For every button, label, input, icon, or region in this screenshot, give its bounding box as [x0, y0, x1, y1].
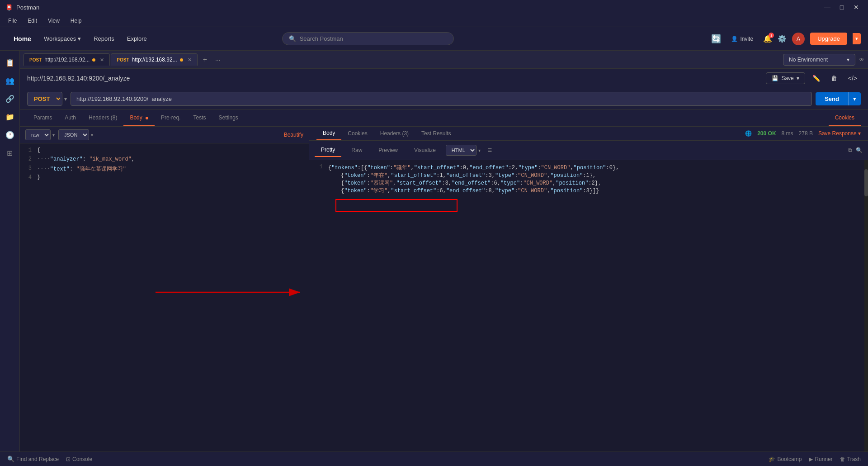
- menu-file[interactable]: File: [4, 16, 21, 25]
- response-line-4: {"token":"学习","start_offset":6,"end_offs…: [315, 187, 863, 195]
- tab-cookies-response[interactable]: Cookies: [829, 110, 861, 126]
- tab-body[interactable]: Body: [123, 110, 155, 126]
- settings-icon[interactable]: ⚙️: [778, 34, 787, 43]
- tab-tests[interactable]: Tests: [187, 110, 212, 126]
- tab-0[interactable]: POST http://192.168.92... ✕: [24, 53, 110, 66]
- tab-close-1[interactable]: ✕: [188, 57, 192, 63]
- response-tab-cookies[interactable]: Cookies: [341, 127, 373, 140]
- response-tab-headers[interactable]: Headers (3): [374, 127, 415, 140]
- response-meta-group: 🌐 200 OK 8 ms 278 B Save Response ▾: [745, 130, 861, 137]
- tab-headers[interactable]: Headers (8): [82, 110, 123, 126]
- response-tab-body[interactable]: Body: [316, 127, 341, 140]
- response-time: 8 ms: [782, 130, 793, 137]
- environment-selector[interactable]: No Environment ▾: [783, 54, 855, 66]
- resp-pretty-btn[interactable]: Pretty: [315, 143, 341, 157]
- maximize-button[interactable]: □: [835, 2, 848, 13]
- console-button[interactable]: Console: [72, 456, 92, 462]
- request-row: POST ▾ Send ▾: [20, 88, 868, 110]
- avatar-icon[interactable]: A: [792, 33, 805, 45]
- url-input[interactable]: [71, 92, 812, 106]
- search-placeholder: Search Postman: [300, 35, 343, 42]
- resp-filter-icon[interactable]: ≡: [488, 146, 492, 154]
- copy-icon[interactable]: ⧉: [848, 147, 852, 153]
- send-button[interactable]: Send: [816, 92, 848, 105]
- sidebar-icon-apis[interactable]: 🔗: [2, 90, 18, 107]
- save-response-button[interactable]: Save Response ▾: [818, 130, 861, 137]
- response-toolbar: Pretty Raw Preview Visualize HTML ▾ ≡ ⧉: [309, 141, 868, 160]
- resp-format-select[interactable]: HTML: [446, 145, 476, 156]
- invite-button[interactable]: 👤 Invite: [726, 33, 758, 44]
- format-select[interactable]: raw: [25, 129, 51, 140]
- request-subtabs: Params Auth Headers (8) Body Pre-req. Te…: [20, 110, 868, 127]
- response-code-area[interactable]: 1 {"tokens":[{"token":"骚年","start_offset…: [309, 160, 868, 466]
- bottom-bar: 🔍 Find and Replace ⊡ Console 🎓 Bootcamp …: [0, 452, 868, 466]
- runner-icon: ▶: [809, 456, 813, 462]
- nav-home[interactable]: Home: [7, 33, 38, 45]
- upgrade-dropdown[interactable]: ▾: [853, 33, 861, 44]
- minimize-button[interactable]: —: [821, 2, 834, 13]
- titlebar-left: 📮 Postman: [5, 4, 39, 11]
- bootcamp-button[interactable]: 🎓 Bootcamp: [769, 456, 802, 462]
- response-tab-test-results[interactable]: Test Results: [415, 127, 457, 140]
- right-scrollbar-thumb[interactable]: [864, 169, 868, 196]
- close-button[interactable]: ✕: [850, 2, 863, 13]
- sidebar-icon-collections[interactable]: 👥: [2, 72, 18, 89]
- menubar: File Edit View Help: [0, 14, 868, 27]
- sidebar-icon-environments[interactable]: 📁: [2, 109, 18, 125]
- nav-workspaces[interactable]: Workspaces ▾: [38, 33, 87, 45]
- lang-group: JSON ▾: [58, 129, 93, 140]
- lang-select[interactable]: JSON: [58, 129, 89, 140]
- method-select[interactable]: POST: [27, 92, 62, 106]
- tab-auth[interactable]: Auth: [58, 110, 82, 126]
- tab-prereq[interactable]: Pre-req.: [155, 110, 187, 126]
- notification-icon[interactable]: 🔔 1: [763, 34, 772, 43]
- search-bar[interactable]: 🔍 Search Postman: [282, 32, 454, 45]
- globe-icon: 🌐: [745, 130, 752, 137]
- app-window: 📮 Postman — □ ✕ File Edit View Help Home…: [0, 0, 868, 466]
- save-button[interactable]: 💾 Save ▾: [766, 72, 805, 84]
- edit-button[interactable]: ✏️: [809, 72, 824, 84]
- response-line-2: {"token":"年在","start_offset":1,"end_offs…: [315, 171, 863, 179]
- tab-url-0: http://192.168.92...: [44, 57, 90, 63]
- beautify-button[interactable]: Beautify: [284, 132, 303, 138]
- sidebar-icon-new[interactable]: 📋: [2, 54, 18, 71]
- save-dropdown-arrow[interactable]: ▾: [797, 75, 799, 81]
- menu-edit[interactable]: Edit: [23, 16, 42, 25]
- editor-panels: raw ▾ JSON ▾ Beautify: [20, 127, 868, 466]
- send-dropdown-button[interactable]: ▾: [848, 92, 861, 105]
- notification-badge: 1: [769, 33, 774, 38]
- resp-visualize-btn[interactable]: Visualize: [408, 144, 442, 157]
- bottom-right: 🎓 Bootcamp ▶ Runner 🗑 Trash: [769, 456, 861, 462]
- trash-button[interactable]: 🗑 Trash: [840, 456, 861, 462]
- tab-close-0[interactable]: ✕: [100, 57, 104, 63]
- code-button[interactable]: </>: [844, 72, 861, 84]
- tab-params[interactable]: Params: [27, 110, 58, 126]
- upgrade-button[interactable]: Upgrade: [810, 33, 847, 45]
- lang-arrow: ▾: [91, 133, 93, 138]
- environment-settings-icon[interactable]: 👁: [859, 57, 864, 63]
- resp-raw-btn[interactable]: Raw: [345, 144, 368, 157]
- find-replace-button[interactable]: Find and Replace: [16, 456, 59, 462]
- tab-add-button[interactable]: +: [198, 54, 212, 66]
- tab-settings[interactable]: Settings: [212, 110, 244, 126]
- menu-view[interactable]: View: [43, 16, 64, 25]
- resp-preview-btn[interactable]: Preview: [372, 144, 404, 157]
- tab-url-1: http://192.168.92...: [132, 57, 177, 63]
- tab-more-button[interactable]: ···: [212, 54, 224, 65]
- find-replace-icon: 🔍: [7, 456, 14, 462]
- sidebar-icon-mock[interactable]: ⊞: [2, 145, 18, 161]
- bottom-left: 🔍 Find and Replace ⊡ Console: [7, 456, 92, 462]
- request-code-area[interactable]: 1 { 2 ····"analyzer": "ik_max_word", 3: [20, 143, 309, 466]
- titlebar-controls: — □ ✕: [821, 2, 863, 13]
- menu-help[interactable]: Help: [66, 16, 86, 25]
- nav-explore[interactable]: Explore: [121, 33, 153, 45]
- delete-button[interactable]: 🗑: [827, 72, 841, 84]
- tab-1[interactable]: POST http://192.168.92... ✕: [111, 53, 197, 66]
- format-group: raw ▾: [25, 129, 55, 140]
- code-line-4: 4 }: [24, 174, 305, 183]
- runner-button[interactable]: ▶ Runner: [809, 456, 832, 462]
- body-dot: [146, 117, 148, 119]
- sidebar-icon-history[interactable]: 🕐: [2, 127, 18, 143]
- nav-reports[interactable]: Reports: [87, 33, 121, 45]
- search-response-icon[interactable]: 🔍: [856, 147, 863, 153]
